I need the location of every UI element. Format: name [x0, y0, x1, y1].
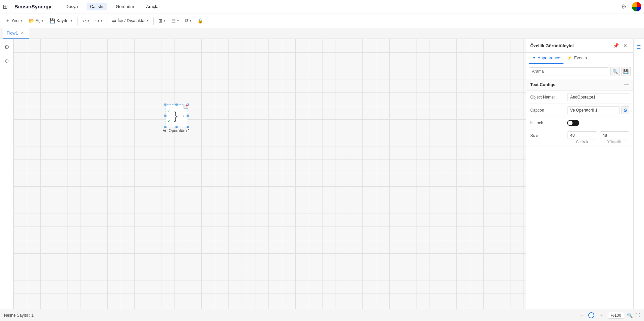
node-box[interactable]: ◆ ✓ ✓ } →: [165, 104, 188, 127]
zoom-out-button[interactable]: −: [578, 311, 586, 319]
prop-size-row: Size Genişlik Yükseklik: [526, 129, 633, 146]
bottombar: Nesne Sayısı : 1 − + %100 🔍 ⛶: [0, 309, 644, 321]
handle-bot-left[interactable]: [164, 126, 166, 128]
app-logo: [632, 2, 641, 11]
toggle-thumb: [568, 121, 573, 125]
search-input[interactable]: [529, 67, 609, 75]
new-chevron: ▾: [21, 19, 22, 22]
caption-input-group: ⚙: [567, 106, 629, 114]
is-lock-toggle[interactable]: [567, 120, 629, 126]
canvas-grid: [13, 39, 526, 309]
node-arrow-icon: →: [181, 113, 185, 118]
object-name-label: Object Name:: [530, 95, 567, 100]
lock-button[interactable]: 🔒: [195, 16, 206, 25]
section-collapse-button[interactable]: —: [624, 82, 629, 88]
panel-tabs: ✦ Appearance ⚡ Events: [526, 53, 633, 64]
align-icon: ☰: [171, 18, 176, 23]
prop-is-lock-row: Is Lock: [526, 117, 633, 129]
grid-button[interactable]: ⊞ ▾: [156, 16, 168, 25]
align-button[interactable]: ☰ ▾: [169, 16, 182, 25]
caption-edit-button[interactable]: ⚙: [621, 106, 629, 114]
tab-label: Flow1: [7, 31, 18, 36]
titlebar: ⊞ BimserSynergy Dosya Çalıştır Görünüm A…: [0, 0, 644, 13]
section-text-configs: Text Configs —: [526, 79, 633, 91]
redo-icon: ↪: [95, 18, 99, 23]
open-chevron: ▾: [42, 19, 43, 22]
canvas-node-and-operator[interactable]: ◆ ✓ ✓ } → Ve Operatörü 1: [163, 104, 190, 133]
toolbar: ＋ Yeni ▾ 📂 Aç ▾ 💾 Kaydet ▾ ↩ ▾ ↪ ▾ ⇄ İçe…: [0, 13, 644, 28]
undo-icon: ↩: [82, 18, 86, 23]
node-corner-icon: ◆: [186, 104, 188, 107]
lock-icon: 🔒: [197, 18, 203, 23]
tab-close-flow1[interactable]: ✕: [20, 30, 25, 36]
appearance-tab-label: Appearance: [538, 56, 560, 60]
io-chevron: ▾: [147, 19, 149, 22]
tab-appearance[interactable]: ✦ Appearance: [529, 53, 563, 64]
right-panel: Özellik Görüntüleyici 📌 ✕ ✦ Appearance ⚡…: [526, 39, 633, 309]
handle-mid-right[interactable]: [187, 115, 189, 117]
panel-pin-button[interactable]: 📌: [612, 42, 620, 50]
caption-input[interactable]: [567, 106, 620, 114]
sep-2: [107, 17, 107, 25]
undo-chevron: ▾: [88, 19, 89, 22]
handle-top-mid[interactable]: [176, 104, 178, 106]
panel-close-button[interactable]: ✕: [621, 42, 629, 50]
sidebar-list-icon[interactable]: ☰: [634, 42, 644, 52]
far-right-sidebar: ☰: [633, 39, 644, 309]
size-width-input[interactable]: [567, 131, 597, 139]
object-name-input[interactable]: [567, 93, 629, 101]
is-lock-value-wrapper: [567, 120, 629, 126]
events-tab-label: Events: [574, 56, 587, 60]
left-sidebar: ⚙ ◇: [0, 39, 13, 309]
toggle-track[interactable]: [567, 120, 579, 126]
zoom-in-button[interactable]: +: [597, 311, 605, 319]
caption-label: Caption: [530, 108, 567, 113]
events-tab-icon: ⚡: [567, 55, 572, 60]
search-button[interactable]: 🔍: [610, 67, 620, 76]
handle-bot-right[interactable]: [187, 126, 189, 128]
tab-flow1[interactable]: Flow1 ✕: [3, 28, 29, 39]
prop-caption-row: Caption ⚙: [526, 104, 633, 117]
size-height-input[interactable]: [600, 131, 630, 139]
appearance-tab-icon: ✦: [532, 55, 536, 60]
panel-search-row: 🔍 💾: [526, 64, 633, 79]
node-corner-indicator: ◆: [184, 104, 188, 109]
zoom-fit-icon[interactable]: ⛶: [635, 313, 640, 318]
io-button[interactable]: ⇄ İçe / Dışa aktar ▾: [109, 16, 151, 25]
save-button[interactable]: 💾 Kaydet ▾: [47, 16, 75, 25]
copy-button[interactable]: ⧉ ▾: [182, 16, 194, 25]
zoom-value[interactable]: %100: [608, 312, 624, 319]
new-button[interactable]: ＋ Yeni ▾: [3, 16, 25, 25]
io-icon: ⇄: [112, 18, 116, 23]
panel-save-button[interactable]: 💾: [621, 67, 631, 76]
node-check-1: ✓: [167, 109, 170, 113]
menu-gorunum[interactable]: Görünüm: [112, 3, 137, 10]
open-button[interactable]: 📂 Aç ▾: [26, 16, 46, 25]
panel-header-actions: 📌 ✕: [612, 42, 629, 50]
handle-bot-mid[interactable]: [176, 126, 178, 128]
copy-chevron: ▾: [190, 19, 191, 22]
zoom-search-icon[interactable]: 🔍: [627, 313, 633, 318]
size-inputs: Genişlik Yükseklik: [567, 131, 629, 144]
undo-button[interactable]: ↩ ▾: [80, 16, 92, 25]
tab-events[interactable]: ⚡ Events: [563, 53, 590, 64]
prop-object-name-row: Object Name:: [526, 91, 633, 104]
canvas-area[interactable]: ◆ ✓ ✓ } → Ve Operatörü 1: [13, 39, 526, 309]
size-width-field: Genişlik: [567, 131, 597, 144]
sidebar-icon-tools[interactable]: ⚙: [1, 42, 12, 52]
settings-icon[interactable]: ⚙: [621, 3, 627, 10]
object-name-value-wrapper: [567, 93, 629, 101]
grid-chevron: ▾: [164, 19, 165, 22]
menu-calistir[interactable]: Çalıştır: [87, 3, 107, 10]
sep-3: [153, 17, 154, 25]
handle-mid-left[interactable]: [164, 115, 166, 117]
sidebar-icon-shapes[interactable]: ◇: [1, 55, 12, 66]
grid-menu-icon[interactable]: ⊞: [3, 3, 8, 10]
copy-icon: ⧉: [185, 18, 188, 23]
handle-top-left[interactable]: [164, 104, 166, 106]
menu-dosya[interactable]: Dosya: [62, 3, 81, 10]
tabbar: Flow1 ✕: [0, 28, 644, 39]
redo-button[interactable]: ↪ ▾: [93, 16, 105, 25]
menu-araclar[interactable]: Araçlar: [143, 3, 163, 10]
folder-icon: 📂: [29, 18, 34, 23]
